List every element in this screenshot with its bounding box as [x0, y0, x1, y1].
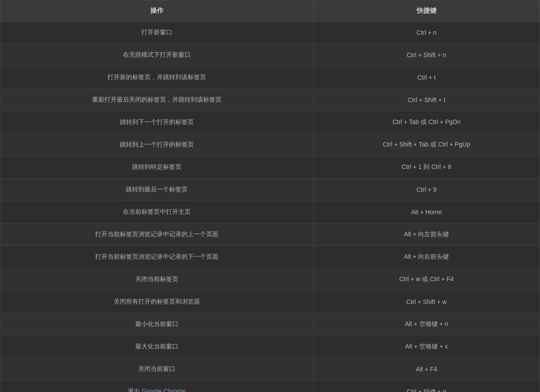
shortcuts-table: 操作 快捷键 打开新窗口Ctrl + n在无痕模式下打开新窗口Ctrl + Sh… [0, 0, 540, 392]
action-cell: 关闭当前标签页 [0, 268, 314, 291]
table-row: 打开当前标签页浏览记录中记录的上一个页面Alt + 向左箭头键 [0, 223, 540, 246]
shortcut-cell: Ctrl + Shift + q [313, 381, 540, 392]
action-cell: 跳转到上一个打开的标签页 [0, 134, 314, 156]
google-chrome-link[interactable]: Google Chrome [142, 388, 185, 392]
shortcut-cell: Ctrl + n [313, 22, 540, 44]
table-row: 跳转到最后一个标签页Ctrl + 9 [0, 179, 540, 201]
action-cell: 最小化当前窗口 [0, 313, 314, 336]
table-header-row: 操作 快捷键 [0, 0, 540, 22]
table-row: 最大化当前窗口Alt + 空格键 + x [0, 336, 540, 358]
shortcut-cell: Alt + 空格键 + n [313, 313, 540, 336]
table-row: 重新打开最后关闭的标签页，并跳转到该标签页Ctrl + Shift + t [0, 89, 540, 111]
shortcut-cell: Ctrl + Shift + n [313, 44, 540, 66]
shortcut-cell: Ctrl + Shift + w [313, 291, 540, 313]
shortcut-cell: Alt + Home [313, 201, 540, 223]
action-cell: 跳转到特定标签页 [0, 156, 314, 179]
table-row: 跳转到上一个打开的标签页Ctrl + Shift + Tab 或 Ctrl + … [0, 134, 540, 156]
shortcut-cell: Ctrl + t [313, 66, 540, 89]
shortcut-cell: Alt + 向左箭头键 [313, 223, 540, 246]
table-row: 跳转到下一个打开的标签页Ctrl + Tab 或 Ctrl + PgDn [0, 111, 540, 134]
action-cell: 在当前标签页中打开主页 [0, 201, 314, 223]
shortcut-cell: Ctrl + Shift + t [313, 89, 540, 111]
shortcut-cell: Alt + 空格键 + x [313, 336, 540, 358]
table-row: 跳转到特定标签页Ctrl + 1 到 Ctrl + 8 [0, 156, 540, 179]
table-row: 打开当前标签页浏览记录中记录的下一个页面Alt + 向右箭头键 [0, 246, 540, 268]
shortcut-cell: Alt + 向右箭头键 [313, 246, 540, 268]
table-row: 退出 Google ChromeCtrl + Shift + q [0, 381, 540, 392]
table-row: 在当前标签页中打开主页Alt + Home [0, 201, 540, 223]
table-row: 关闭当前标签页Ctrl + w 或 Ctrl + F4 [0, 268, 540, 291]
action-cell: 重新打开最后关闭的标签页，并跳转到该标签页 [0, 89, 314, 111]
action-cell: 打开当前标签页浏览记录中记录的下一个页面 [0, 246, 314, 268]
action-cell: 退出 Google Chrome [0, 381, 314, 392]
action-cell: 在无痕模式下打开新窗口 [0, 44, 314, 66]
action-cell: 跳转到最后一个标签页 [0, 179, 314, 201]
action-cell: 关闭当前窗口 [0, 358, 314, 381]
header-action: 操作 [0, 0, 314, 22]
shortcut-cell: Ctrl + w 或 Ctrl + F4 [313, 268, 540, 291]
shortcut-cell: Ctrl + 1 到 Ctrl + 8 [313, 156, 540, 179]
table-row: 关闭当前窗口Alt + F4 [0, 358, 540, 381]
shortcut-cell: Ctrl + 9 [313, 179, 540, 201]
action-cell: 打开新窗口 [0, 22, 314, 44]
action-cell: 打开当前标签页浏览记录中记录的上一个页面 [0, 223, 314, 246]
table-row: 关闭所有打开的标签页和浏览器Ctrl + Shift + w [0, 291, 540, 313]
action-cell: 关闭所有打开的标签页和浏览器 [0, 291, 314, 313]
table-row: 在无痕模式下打开新窗口Ctrl + Shift + n [0, 44, 540, 66]
shortcut-cell: Ctrl + Shift + Tab 或 Ctrl + PgUp [313, 134, 540, 156]
action-cell: 跳转到下一个打开的标签页 [0, 111, 314, 134]
action-cell: 最大化当前窗口 [0, 336, 314, 358]
table-row: 打开新的标签页，并跳转到该标签页Ctrl + t [0, 66, 540, 89]
header-shortcut: 快捷键 [313, 0, 540, 22]
shortcut-cell: Ctrl + Tab 或 Ctrl + PgDn [313, 111, 540, 134]
table-row: 最小化当前窗口Alt + 空格键 + n [0, 313, 540, 336]
table-row: 打开新窗口Ctrl + n [0, 22, 540, 44]
action-cell: 打开新的标签页，并跳转到该标签页 [0, 66, 314, 89]
shortcut-cell: Alt + F4 [313, 358, 540, 381]
